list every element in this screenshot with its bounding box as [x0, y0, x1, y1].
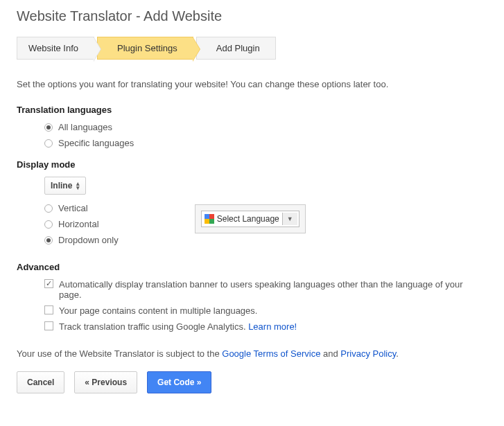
wizard-step-website-info[interactable]: Website Info	[17, 37, 94, 60]
checkbox-google-analytics-label: Track translation traffic using Google A…	[59, 321, 246, 332]
svg-rect-2	[205, 219, 209, 224]
svg-rect-0	[205, 214, 209, 219]
footer-suffix: .	[396, 348, 399, 359]
intro-text: Set the options you want for translating…	[17, 79, 487, 89]
radio-vertical[interactable]	[44, 204, 53, 213]
svg-rect-1	[209, 214, 214, 219]
section-advanced-title: Advanced	[17, 262, 487, 272]
section-display-title: Display mode	[17, 159, 487, 170]
tos-link[interactable]: Google Terms of Service	[222, 348, 320, 359]
radio-dropdown-only-label: Dropdown only	[58, 235, 119, 245]
radio-all-languages-label: All languages	[58, 122, 112, 132]
footer-and: and	[320, 348, 340, 359]
radio-horizontal[interactable]	[44, 220, 53, 229]
svg-rect-3	[209, 219, 214, 224]
radio-vertical-label: Vertical	[58, 203, 88, 213]
radio-horizontal-label: Horizontal	[58, 219, 99, 229]
button-row: Cancel « Previous Get Code »	[17, 371, 487, 393]
display-mode-select[interactable]: Inline ▴▾	[44, 177, 86, 195]
radio-specific-languages-label: Specific languages	[58, 138, 134, 148]
checkbox-auto-banner-label: Automatically display translation banner…	[59, 279, 487, 300]
checkbox-multiple-languages-label: Your page contains content in multiple l…	[59, 305, 257, 316]
updown-icon: ▴▾	[76, 181, 80, 190]
translate-gadget-preview: Select Language ▼	[195, 204, 306, 233]
checkbox-multiple-languages[interactable]	[44, 305, 53, 314]
footer-prefix: Your use of the Website Translator is su…	[17, 348, 222, 359]
display-mode-select-value: Inline	[51, 181, 72, 190]
page-title: Website Translator - Add Website	[17, 8, 487, 24]
wizard-step-plugin-settings[interactable]: Plugin Settings	[97, 37, 193, 60]
learn-more-link[interactable]: Learn more!	[248, 321, 297, 332]
previous-button[interactable]: « Previous	[74, 371, 137, 393]
wizard-steps: Website Info Plugin Settings Add Plugin	[17, 37, 487, 60]
cancel-button[interactable]: Cancel	[17, 371, 64, 393]
wizard-step-add-plugin[interactable]: Add Plugin	[196, 37, 276, 60]
get-code-button[interactable]: Get Code »	[147, 371, 211, 393]
radio-all-languages[interactable]	[44, 123, 53, 132]
privacy-link[interactable]: Privacy Policy	[340, 348, 396, 359]
radio-dropdown-only[interactable]	[44, 236, 53, 245]
section-languages-title: Translation languages	[17, 105, 487, 115]
checkbox-google-analytics[interactable]	[44, 321, 53, 330]
checkbox-auto-banner[interactable]	[44, 279, 53, 288]
translate-gadget-dropdown[interactable]: Select Language ▼	[201, 211, 299, 227]
google-translate-icon	[205, 214, 214, 224]
radio-specific-languages[interactable]	[44, 139, 53, 148]
chevron-down-icon: ▼	[282, 213, 297, 225]
footer-legal: Your use of the Website Translator is su…	[17, 348, 487, 359]
translate-gadget-label: Select Language	[217, 214, 279, 224]
